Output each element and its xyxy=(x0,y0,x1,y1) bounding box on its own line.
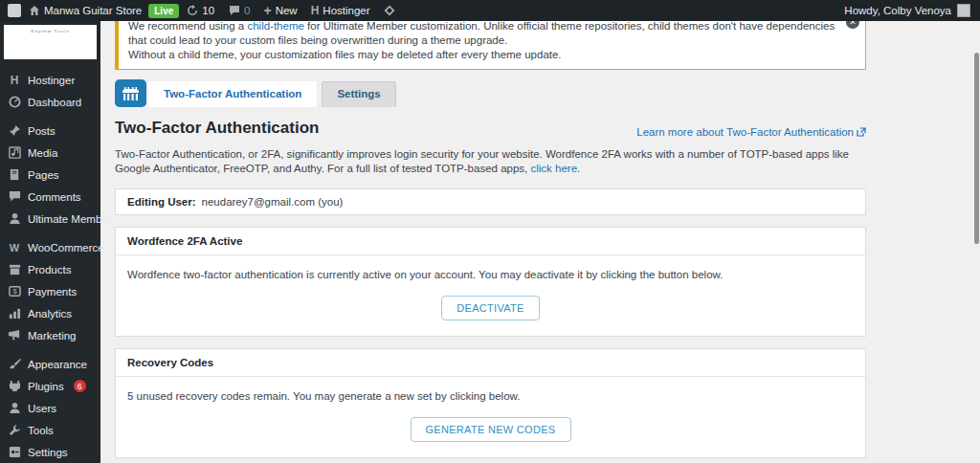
products-box-icon xyxy=(8,263,21,276)
wordfence-2fa-active-panel: Wordfence 2FA Active Wordfence two-facto… xyxy=(115,227,866,337)
sidebar-logo-text: Rhythm Tools xyxy=(31,29,69,59)
howdy-label: Howdy, Colby Venoya xyxy=(844,5,951,16)
sidebar-item-payments[interactable]: $ Payments xyxy=(0,280,100,302)
sidebar-item-marketing[interactable]: Marketing xyxy=(0,324,100,346)
admin-bar-new[interactable]: + New xyxy=(256,0,303,21)
sidebar-item-label: WooCommerce xyxy=(28,242,104,254)
sidebar-item-label: Marketing xyxy=(28,330,77,342)
title-row: Two-Factor Authentication Learn more abo… xyxy=(115,119,866,138)
child-theme-link[interactable]: child-theme xyxy=(247,20,303,32)
live-badge: Live xyxy=(148,4,179,18)
intro-paragraph: Two-Factor Authentication, or 2FA, signi… xyxy=(115,147,866,176)
sidebar-item-appearance[interactable]: Appearance xyxy=(0,353,100,375)
plugins-update-badge: 6 xyxy=(74,380,86,392)
notice-text-3: Without a child theme, your customizatio… xyxy=(128,49,562,60)
admin-bar-comments[interactable]: 0 xyxy=(221,0,256,21)
sidebar-item-media[interactable]: Media xyxy=(0,142,100,164)
sidebar-item-hostinger[interactable]: H Hostinger xyxy=(0,69,100,91)
admin-bar-diamond[interactable] xyxy=(377,0,403,21)
sidebar-item-settings[interactable]: Settings xyxy=(0,441,100,463)
paintbrush-icon xyxy=(8,358,21,371)
sidebar-item-label: Hostinger xyxy=(28,75,75,86)
diamond-icon xyxy=(384,5,396,17)
sidebar-item-analytics[interactable]: Analytics xyxy=(0,302,100,324)
admin-bar-hostinger[interactable]: H Hostinger xyxy=(304,0,377,21)
panel-body-text: Wordfence two-factor authentication is c… xyxy=(127,269,854,280)
sidebar-item-label: Products xyxy=(28,264,71,276)
wordfence-2fa-icon xyxy=(115,79,146,107)
settings-icon xyxy=(8,446,21,459)
panel-title: Recovery Codes xyxy=(116,349,865,377)
admin-bar-account[interactable]: Howdy, Colby Venoya xyxy=(844,4,980,17)
intro-text: Two-Factor Authentication, or 2FA, signi… xyxy=(115,148,849,174)
sidebar-item-label: Posts xyxy=(28,125,56,137)
payments-icon: $ xyxy=(8,285,21,298)
wordpress-logo-icon[interactable] xyxy=(8,4,21,17)
sidebar-item-plugins[interactable]: Plugins 6 xyxy=(0,375,100,397)
pushpin-icon xyxy=(8,124,21,138)
tab-settings[interactable]: Settings xyxy=(322,81,395,107)
deactivate-button[interactable]: DEACTIVATE xyxy=(441,296,539,320)
sidebar-item-label: Users xyxy=(28,403,56,414)
sidebar-item-posts[interactable]: Posts xyxy=(0,120,100,142)
editing-user-value: neudarey7@gmail.com (you) xyxy=(202,196,344,208)
panel-body-text: 5 unused recovery codes remain. You may … xyxy=(127,390,854,402)
scrollbar-track[interactable] xyxy=(972,21,980,463)
pages-icon xyxy=(8,168,21,182)
sidebar-item-label: Ultimate Member xyxy=(28,213,112,225)
tab-bar: Two-Factor Authentication Settings xyxy=(115,78,980,107)
sidebar-item-label: Settings xyxy=(28,447,68,458)
hostinger-label: Hostinger xyxy=(323,5,369,16)
plugin-icon xyxy=(8,380,21,393)
sidebar-item-label: Comments xyxy=(28,191,81,203)
learn-more-label: Learn more about Two-Factor Authenticati… xyxy=(636,126,854,138)
sidebar-item-label: Appearance xyxy=(28,359,87,370)
sidebar-item-label: Dashboard xyxy=(28,97,81,108)
site-name-label: Manwa Guitar Store xyxy=(44,5,142,16)
hostinger-icon: H xyxy=(8,74,21,87)
click-here-link[interactable]: click here xyxy=(530,163,577,174)
sidebar-item-comments[interactable]: Comments xyxy=(0,186,100,208)
sidebar-item-users[interactable]: Users xyxy=(0,397,100,419)
comments-bubble-icon xyxy=(228,5,240,17)
svg-text:$: $ xyxy=(12,287,16,296)
megaphone-icon xyxy=(8,329,21,342)
sidebar-item-label: Media xyxy=(28,147,57,159)
hostinger-logo-icon: H xyxy=(311,4,320,17)
sidebar-item-pages[interactable]: Pages xyxy=(0,164,100,186)
child-theme-notice: We recommend using a child-theme for Ult… xyxy=(115,13,866,70)
scrollbar-thumb[interactable] xyxy=(974,53,979,244)
sidebar-item-label: Analytics xyxy=(28,308,72,320)
plus-icon: + xyxy=(263,4,271,17)
wrench-icon xyxy=(8,424,21,437)
woocommerce-icon: W xyxy=(8,241,21,254)
recovery-codes-panel: Recovery Codes 5 unused recovery codes r… xyxy=(115,348,866,458)
sidebar-item-dashboard[interactable]: Dashboard xyxy=(0,91,100,113)
tab-two-factor-authentication[interactable]: Two-Factor Authentication xyxy=(148,81,317,107)
sidebar-item-label: Pages xyxy=(28,169,59,181)
users-icon xyxy=(8,402,21,415)
panel-title: Wordfence 2FA Active xyxy=(116,228,865,255)
sidebar-item-tools[interactable]: Tools xyxy=(0,419,100,441)
learn-more-link[interactable]: Learn more about Two-Factor Authenticati… xyxy=(636,126,866,138)
generate-new-codes-button[interactable]: GENERATE NEW CODES xyxy=(411,417,571,442)
media-icon xyxy=(8,146,21,160)
sidebar-item-products[interactable]: Products xyxy=(0,258,100,280)
intro-text-end: . xyxy=(577,163,580,174)
dashboard-icon xyxy=(8,96,21,109)
sidebar-item-label: Tools xyxy=(28,425,54,436)
sidebar-item-ultimate-member[interactable]: Ultimate Member xyxy=(0,208,100,230)
editing-user-bar: Editing User:neudarey7@gmail.com (you) xyxy=(115,188,866,215)
admin-sidebar: Rhythm Tools H Hostinger Dashboard Posts… xyxy=(0,21,100,463)
editing-user-label: Editing User: xyxy=(127,196,196,208)
admin-bar: Manwa Guitar Store Live 10 0 + New H Hos… xyxy=(0,0,980,21)
new-label: New xyxy=(276,5,298,16)
sidebar-item-woocommerce[interactable]: W WooCommerce xyxy=(0,236,100,258)
comment-count: 0 xyxy=(244,5,250,16)
sidebar-item-label: Plugins xyxy=(28,381,64,392)
admin-bar-site-name[interactable]: Manwa Guitar Store xyxy=(21,0,148,21)
sidebar-item-label: Payments xyxy=(28,286,77,298)
admin-bar-updates[interactable]: 10 xyxy=(179,0,221,21)
home-icon xyxy=(28,5,40,17)
comment-icon xyxy=(8,190,21,204)
